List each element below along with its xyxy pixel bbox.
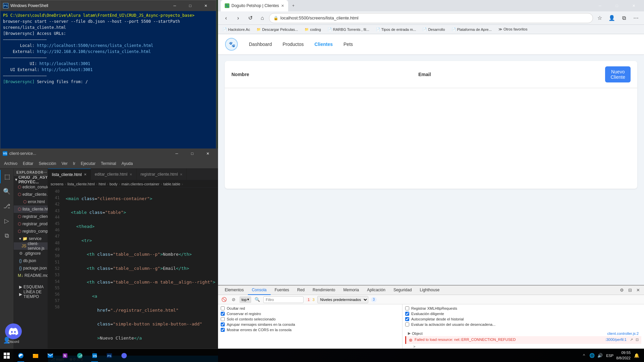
devtools-tab-seguridad[interactable]: Seguridad xyxy=(389,286,416,295)
sidebar-item-edicion[interactable]: ⬡ edicion_conuida.html xyxy=(14,183,48,191)
taskbar-app-onenote[interactable]: N xyxy=(58,349,72,362)
vscode-minimize[interactable]: ─ xyxy=(169,148,184,159)
menu-editar[interactable]: Editar xyxy=(20,159,36,169)
sidebar-item-editar[interactable]: ⬡ editar_cliente.html xyxy=(14,191,48,198)
context-selector[interactable]: top ▾ xyxy=(239,296,251,303)
maximize-button[interactable]: □ xyxy=(182,0,198,11)
checkbox-agrupar[interactable] xyxy=(221,322,225,326)
tray-expand[interactable]: ^ xyxy=(581,352,587,359)
taskbar-app-edge[interactable] xyxy=(13,349,28,362)
devtools-tab-rendimiento[interactable]: Rendimiento xyxy=(309,286,339,295)
console-prompt[interactable]: > xyxy=(405,344,641,349)
nav-dashboard[interactable]: Dashboard xyxy=(245,39,276,50)
object-file-link[interactable]: client.controller.js:2 xyxy=(607,331,639,336)
settings-icon[interactable]: ⚙ xyxy=(619,287,625,294)
activity-search[interactable]: 🔍 xyxy=(0,185,13,198)
activity-git[interactable]: ⎇ xyxy=(0,199,13,213)
browser-minimize[interactable]: ─ xyxy=(592,0,608,11)
tab-close-btn[interactable]: ✕ xyxy=(281,4,284,8)
checkbox-autocomplete[interactable] xyxy=(405,317,409,321)
devtools-tab-memoria[interactable]: Memoria xyxy=(339,286,363,295)
taskbar-app-gitkraken[interactable]: ⎇ xyxy=(72,349,87,362)
console-search-icon[interactable]: 🔍 xyxy=(254,296,261,303)
bookmark-coding[interactable]: 📁 coding xyxy=(303,26,323,33)
activity-extensions[interactable]: ⧉ xyxy=(0,229,13,242)
browser-close[interactable]: ✕ xyxy=(626,0,641,11)
checkbox-ocultar-red[interactable] xyxy=(221,306,225,310)
refresh-button[interactable]: ↺ xyxy=(245,13,256,23)
devtools-close-icon[interactable]: ✕ xyxy=(635,287,641,294)
devtools-tab-fuentes[interactable]: Fuentes xyxy=(271,286,293,295)
devtools-filter-input[interactable] xyxy=(263,296,304,303)
clear-console-icon[interactable]: 🚫 xyxy=(221,296,227,303)
tab-close-icon[interactable]: ✕ xyxy=(129,173,132,176)
sidebar-item-registrar[interactable]: ⬡ registrar_cliente.html xyxy=(14,213,48,220)
taskbar-app-explorer[interactable] xyxy=(28,349,43,362)
activity-explorer[interactable]: ⬚ xyxy=(0,170,13,183)
activity-debug[interactable]: ▷ xyxy=(0,214,13,228)
new-cliente-button[interactable]: NuevoCliente xyxy=(605,66,631,82)
error-file-link[interactable]: :3000/perfil:1 xyxy=(605,338,627,342)
sidebar-item-pkg[interactable]: {} package.json xyxy=(14,264,48,272)
bookmark-hackstore[interactable]: 📄 Hackstore.Ac xyxy=(221,26,252,33)
sidebar-item-linea[interactable]: ▶LÍNEA DE TIEMPO xyxy=(16,291,45,298)
menu-seleccion[interactable]: Selección xyxy=(36,159,59,169)
more-btn[interactable]: ⋯ xyxy=(631,13,641,23)
menu-ver[interactable]: Ver xyxy=(59,159,70,169)
checkbox-xmlhttp[interactable] xyxy=(405,306,409,310)
sidebar-project[interactable]: ▾ CRUD_JS_ASYNC-PROYEC... xyxy=(14,176,48,183)
menu-ejecutar[interactable]: Ejecutar xyxy=(78,159,98,169)
start-button[interactable] xyxy=(0,349,13,362)
sidebar-item-db[interactable]: {} db.json xyxy=(14,257,48,264)
close-button[interactable]: ✕ xyxy=(198,0,213,11)
menu-ayuda[interactable]: Ayuda xyxy=(119,159,136,169)
checkbox-evaluar[interactable] xyxy=(405,322,409,326)
devtools-tab-red[interactable]: Red xyxy=(293,286,309,295)
nav-productos[interactable]: Productos xyxy=(279,39,308,50)
profile-btn[interactable]: 👤 xyxy=(606,13,617,23)
sidebar-item-error[interactable]: ⬡ error.html xyxy=(14,198,48,205)
tab-registrar-cliente[interactable]: registrar_cliente.html ✕ xyxy=(137,169,187,180)
notification-btn[interactable]: 🔔 xyxy=(633,352,640,359)
menu-ir[interactable]: Ir xyxy=(70,159,78,169)
bookmark-desarrollo[interactable]: 📄 Desarrollo xyxy=(421,26,447,33)
browser-tab-active[interactable]: 🐾 Doguito Petshop | Clientes ✕ xyxy=(221,0,288,11)
dock-icon[interactable]: ⊟ xyxy=(627,287,633,294)
log-level-select[interactable]: Niveles predeterminados xyxy=(317,296,368,303)
sidebar-item-gitignore[interactable]: ⚙ .gitignore xyxy=(14,250,48,257)
devtools-tab-consola[interactable]: Consola xyxy=(248,286,271,295)
taskbar-app-powershell[interactable]: PS xyxy=(102,349,117,362)
nav-pets[interactable]: Pets xyxy=(339,39,357,50)
expand-triangle[interactable]: ▶ xyxy=(408,331,411,336)
vscode-maximize[interactable]: □ xyxy=(184,148,200,159)
nav-clientes[interactable]: Clientes xyxy=(311,39,337,50)
sidebar-item-client-service[interactable]: JS client-service.js xyxy=(14,242,48,250)
bookmark-btn[interactable]: ☆ xyxy=(594,13,605,23)
tray-network[interactable]: 🌐 xyxy=(589,352,595,359)
tray-sound[interactable]: 🔊 xyxy=(597,352,603,359)
vscode-close[interactable]: ✕ xyxy=(200,148,215,159)
devtools-tab-aplicacion[interactable]: Aplicación xyxy=(363,286,389,295)
browser-maximize[interactable]: □ xyxy=(609,0,625,11)
checkbox-contexto[interactable] xyxy=(221,317,225,321)
sidebar-item-reg-prod[interactable]: ⬡ registrar_producto.html xyxy=(14,220,48,228)
new-tab-btn[interactable]: + xyxy=(288,0,348,11)
tab-editar-cliente[interactable]: editar_cliente.html ✕ xyxy=(91,169,137,180)
taskbar-app-discord[interactable] xyxy=(117,349,131,362)
back-button[interactable]: ‹ xyxy=(221,13,231,23)
error-expand-icon[interactable]: ↗ xyxy=(630,338,633,342)
bookmark-tipos[interactable]: 📄 Tipos de entrada m... xyxy=(374,26,418,33)
bookmark-rarbg[interactable]: 📄 RARBG Torrents , fil... xyxy=(326,26,371,33)
menu-archivo[interactable]: Archivo xyxy=(1,159,20,169)
filter-icon[interactable]: ⊘ xyxy=(230,296,237,303)
sidebar-more[interactable]: ··· xyxy=(44,171,47,174)
devtools-tab-lighthouse[interactable]: Lighthouse xyxy=(416,286,444,295)
taskbar-clock[interactable]: 09:55 8/8/2022 xyxy=(616,350,631,361)
tab-lista-cliente[interactable]: lista_cliente.html ✕ xyxy=(48,169,91,180)
checkbox-conservar[interactable] xyxy=(221,312,225,316)
checkbox-cors[interactable] xyxy=(221,328,225,332)
devtools-tab-elementos[interactable]: Elementos xyxy=(221,286,248,295)
bookmark-plataforma[interactable]: 📄 Plataforma de Apre... xyxy=(450,26,494,33)
minimize-button[interactable]: ─ xyxy=(167,0,182,11)
tab-close-icon[interactable]: ✕ xyxy=(84,173,87,176)
